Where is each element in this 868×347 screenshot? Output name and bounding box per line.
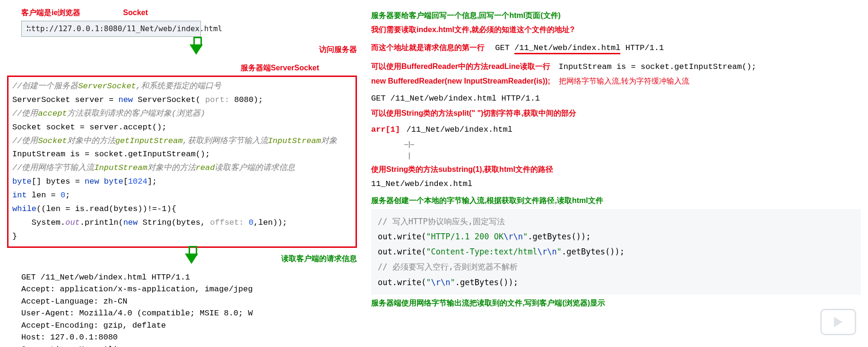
http-request-dump: GET /11_Net/web/index.html HTTP/1.1 Acce…: [21, 271, 357, 347]
label-socket: Socket: [123, 7, 148, 18]
url-bar[interactable]: http://127.0.0.1:8080/11_Net/web/index.h…: [21, 21, 201, 37]
r5b: 把网络字节输入流,转为字符缓冲输入流: [559, 77, 689, 85]
r5a: new BufferedReader(new InputStreamReader…: [371, 77, 550, 85]
r5: new BufferedReader(new InputStreamReader…: [371, 76, 861, 87]
r4b: InputStream is = socket.getInputStream()…: [559, 62, 756, 71]
r3-code: GET /11_Net/web/index.html HTTP/1.1: [495, 43, 664, 54]
c2-l3: out.write("Content-Type:text/html\r\n".g…: [378, 244, 854, 259]
r12: 服务器端使用网络字节输出流把读取到的文件,写到客户端(浏览器)显示: [371, 297, 861, 309]
label-server-wrap: 服务器端ServerSocket: [7, 62, 357, 74]
c2-l4: // 必须要写入空行,否则浏览器不解析: [378, 259, 854, 274]
left-column: 客户端是ie浏览器 Socket http://127.0.0.1:8080/1…: [7, 7, 357, 347]
r6: GET /11_Net/web/index.html HTTP/1.1: [371, 93, 861, 105]
arrow-access: 访问服务器: [83, 42, 357, 58]
arrow-down-icon: [185, 254, 198, 264]
r7: 可以使用String类的方法split(" ")切割字符串,获取中间的部分: [371, 108, 861, 119]
label-server: 服务器端ServerSocket: [241, 64, 319, 72]
c2-l2: out.write("HTTP/1.1 200 OK\r\n".getBytes…: [378, 229, 854, 244]
r1: 服务器要给客户端回写一个信息,回写一个html页面(文件): [371, 10, 861, 21]
r4: 可以使用BufferedReader中的方法readLine读取一行 Input…: [371, 61, 861, 73]
label-client: 客户端是ie浏览器: [21, 7, 80, 18]
r2: 我们需要读取index.html文件,就必须的知道这个文件的地址?: [371, 24, 861, 35]
r8a: arr[1]: [371, 125, 400, 134]
top-labels: 客户端是ie浏览器 Socket: [7, 7, 357, 18]
r11: 服务器创建一个本地的字节输入流,根据获取到文件路径,读取html文件: [371, 195, 861, 206]
server-code-box: //创建一个服务器ServerSocket,和系统要指定的端口号 ServerS…: [7, 76, 357, 248]
r10: 11_Net/web/index.html: [371, 178, 861, 190]
label-access: 访问服务器: [319, 44, 357, 55]
r3: 而这个地址就是请求信息的第一行 GET /11_Net/web/index.ht…: [371, 42, 861, 54]
r8: arr[1] /11_Net/web/index.html: [371, 124, 861, 136]
r4a: 可以使用BufferedReader中的方法readLine读取一行: [371, 62, 550, 70]
c2-l1: // 写入HTTP协议响应头,固定写法: [378, 214, 854, 229]
right-column: 服务器要给客户端回写一个信息,回写一个html页面(文件) 我们需要读取inde…: [357, 7, 861, 347]
c2-l5: out.write("\r\n".getBytes());: [378, 275, 854, 290]
r8b: /11_Net/web/index.html: [407, 125, 512, 134]
r3a: 而这个地址就是请求信息的第一行: [371, 43, 485, 51]
label-read: 读取客户端的请求信息: [281, 253, 357, 264]
play-icon[interactable]: [820, 309, 856, 335]
arrow-read: 读取客户端的请求信息: [111, 251, 357, 267]
url-text: http://127.0.0.1:8080/11_Net/web/index.h…: [26, 23, 222, 34]
r9: 使用String类的方法substring(1),获取html文件的路径: [371, 164, 861, 175]
cursor: —|— |: [404, 138, 861, 161]
response-code-box: // 写入HTTP协议响应头,固定写法 out.write("HTTP/1.1 …: [371, 209, 861, 295]
server-code: //创建一个服务器ServerSocket,和系统要指定的端口号 ServerS…: [12, 80, 352, 244]
arrow-down-icon: [190, 44, 203, 55]
